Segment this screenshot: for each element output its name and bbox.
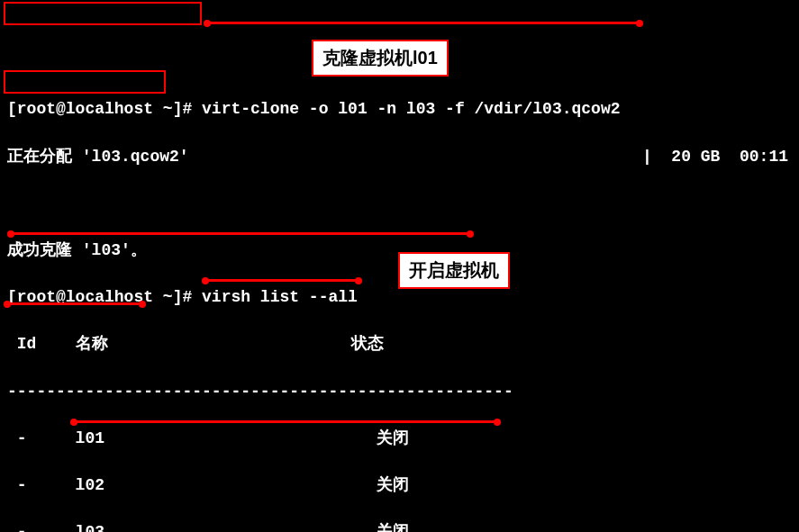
terminal-line-2: 正在分配 'l03.qcow2'| 20 GB 00:11 [7,145,792,168]
redline-clone-cmd [207,22,640,24]
table-header: Id 名称 状态 [7,332,792,356]
divider-text: ----------------------------------------… [7,383,513,401]
redline-l03-row [11,232,470,235]
terminal-line-blank [7,192,792,215]
output-text: 成功克隆 'l03'。 [7,241,147,259]
command-text: virsh list --all [202,288,358,306]
annotation-clone-label: 克隆虚拟机l01 [312,40,449,77]
table-row: - l03 关闭 [7,520,792,532]
redbox-prompt-1 [4,2,202,25]
shell-prompt: [root@localhost ~]# [7,288,202,306]
redbox-clone-success [4,70,166,94]
redline-start-cmd [205,279,359,282]
table-row: - l02 关闭 [7,473,792,497]
shell-prompt: [root@localhost ~]# [7,100,202,118]
terminal-line-1: [root@localhost ~]# virt-clone -o l01 -n… [7,97,792,121]
output-text: 正在分配 'l03.qcow2' [7,148,189,166]
annotation-start-label: 开启虚拟机 [398,252,510,289]
redline-running-row [74,420,497,423]
table-divider: ----------------------------------------… [7,380,792,403]
row-text: - l02 关闭 [7,476,409,494]
header-text: Id 名称 状态 [7,335,384,353]
row-text: - l01 关闭 [7,429,409,447]
row-text: - l03 关闭 [7,523,409,532]
terminal-line-5: [root@localhost ~]# virsh list --all [7,285,792,309]
table-row: - l01 关闭 [7,427,792,450]
command-text: virt-clone -o l01 -n l03 -f /vdir/l03.qc… [202,100,620,118]
output-right: | 20 GB 00:11 [642,145,788,168]
